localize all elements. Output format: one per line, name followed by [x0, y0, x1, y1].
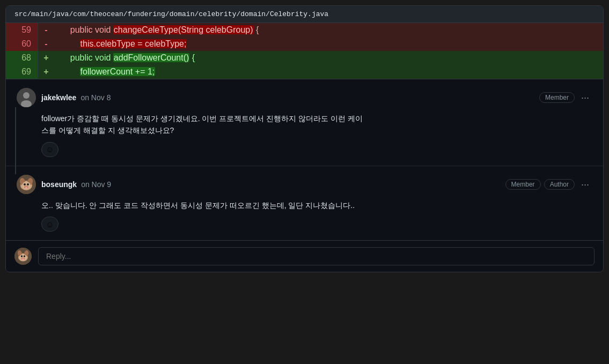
avatar-boseungk: [17, 175, 36, 194]
more-options-1[interactable]: ···: [578, 92, 592, 103]
comment-2-username: boseungk: [41, 180, 77, 189]
svg-point-20: [22, 258, 24, 261]
diff-marker-69: +: [38, 65, 54, 79]
comment-2-body: 오.. 맞습니다. 안 그래도 코드 작성하면서 동시성 문제가 떠오르긴 했는…: [41, 199, 592, 232]
comment-2: boseungk on Nov 9 Member Author ··· 오.. …: [6, 166, 603, 240]
diff-marker-60: -: [38, 37, 54, 51]
code-content-59: public void changeCeleType(String celebG…: [54, 23, 603, 37]
svg-point-18: [24, 255, 25, 257]
comment-1: jakekwlee on Nov 8 Member ··· follower가 …: [6, 79, 603, 166]
file-path: src/main/java/com/theocean/fundering/dom…: [6, 6, 603, 23]
comment-2-line1: 오.. 맞습니다. 안 그래도 코드 작성하면서 동시성 문제가 떠오르긴 했는…: [41, 199, 592, 211]
main-container: src/main/java/com/theocean/fundering/dom…: [5, 5, 604, 272]
emoji-reaction-2[interactable]: ☺: [41, 217, 58, 232]
code-content-68: public void addFollowerCount() {: [54, 51, 603, 65]
comment-2-meta: boseungk on Nov 9: [41, 180, 505, 189]
avatar-jakekwlee: [17, 88, 36, 107]
comment-1-badges: Member ···: [539, 92, 592, 103]
code-content-69: followerCount += 1;: [54, 65, 603, 79]
comment-1-line2: 스를 어떻게 해결할 지 생각해보셨나요?: [41, 124, 592, 136]
diff-marker-68: +: [38, 51, 54, 65]
code-line-68: 68 + public void addFollowerCount() {: [6, 51, 603, 65]
comment-1-body: follower가 증감할 때 동시성 문제가 생기겠네요. 이번 프로젝트에서…: [41, 113, 592, 157]
code-section: src/main/java/com/theocean/fundering/dom…: [6, 6, 603, 79]
comment-1-line1: follower가 증감할 때 동시성 문제가 생기겠네요. 이번 프로젝트에서…: [41, 113, 592, 124]
reply-section: [6, 240, 603, 272]
line-number-69: 69: [6, 65, 38, 79]
svg-point-11: [25, 187, 27, 189]
svg-point-17: [21, 255, 23, 257]
more-options-2[interactable]: ···: [578, 179, 592, 190]
diff-marker-59: -: [38, 23, 54, 37]
comment-2-badges: Member Author ···: [505, 179, 592, 190]
comments-section: jakekwlee on Nov 8 Member ··· follower가 …: [6, 79, 603, 240]
comment-2-date: on Nov 9: [81, 180, 111, 189]
code-line-69: 69 + followerCount += 1;: [6, 65, 603, 79]
comment-1-header: jakekwlee on Nov 8 Member ···: [17, 88, 592, 107]
code-line-60: 60 - this.celebType = celebType;: [6, 37, 603, 51]
comment-1-date: on Nov 8: [80, 93, 111, 102]
emoji-reaction-1[interactable]: ☺: [41, 142, 58, 157]
reply-avatar: [14, 248, 32, 265]
code-content-60: this.celebType = celebType;: [54, 37, 603, 51]
svg-point-1: [23, 92, 30, 99]
badge-author-2: Author: [544, 179, 575, 190]
badge-member-2: Member: [505, 179, 541, 190]
emoji-icon-2: ☺: [46, 220, 54, 229]
comment-1-meta: jakekwlee on Nov 8: [41, 93, 539, 102]
reply-input[interactable]: [38, 247, 595, 265]
line-number-59: 59: [6, 23, 38, 37]
svg-point-8: [24, 183, 26, 185]
svg-point-9: [27, 183, 29, 185]
badge-member-1: Member: [539, 92, 575, 103]
code-line-59: 59 - public void changeCeleType(String c…: [6, 23, 603, 37]
line-number-68: 68: [6, 51, 38, 65]
comment-2-header: boseungk on Nov 9 Member Author ···: [17, 175, 592, 194]
line-number-60: 60: [6, 37, 38, 51]
comment-1-username: jakekwlee: [41, 93, 76, 102]
emoji-icon-1: ☺: [46, 145, 54, 154]
